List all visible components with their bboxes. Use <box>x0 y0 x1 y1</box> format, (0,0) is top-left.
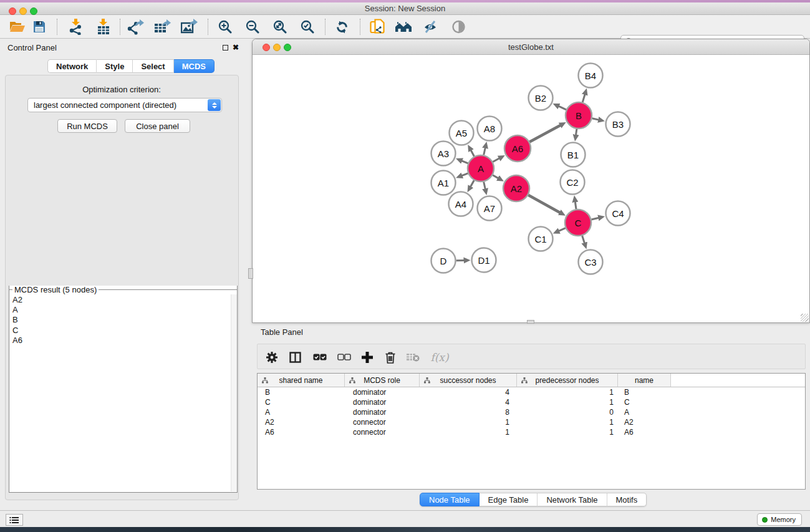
result-item[interactable]: A6 <box>12 336 231 346</box>
refresh-button[interactable] <box>331 17 352 36</box>
graph-node-C1[interactable]: C1 <box>529 227 553 251</box>
graph-node-B3[interactable]: B3 <box>606 112 630 137</box>
table-cell: B <box>618 388 671 397</box>
network-zoom-button[interactable] <box>284 44 291 51</box>
tab-network[interactable]: Network <box>47 59 97 73</box>
hide-graphics-button[interactable] <box>420 17 441 36</box>
home-view-button[interactable] <box>393 17 414 36</box>
svg-text:B4: B4 <box>585 70 596 81</box>
import-network-button[interactable] <box>65 17 86 36</box>
network-minimize-button[interactable] <box>273 44 281 51</box>
column-header-name[interactable]: name <box>618 374 671 387</box>
panel-collapse-handle-left[interactable] <box>248 268 253 279</box>
table-row[interactable]: Bdominator41B <box>258 387 805 397</box>
task-history-button[interactable] <box>6 514 23 526</box>
graph-node-B4[interactable]: B4 <box>579 64 603 88</box>
close-window-button[interactable] <box>9 7 16 15</box>
graph-node-A3[interactable]: A3 <box>432 142 456 166</box>
split-view-button[interactable] <box>286 348 304 366</box>
graph-node-A6[interactable]: A6 <box>504 135 531 162</box>
graph-node-A7[interactable]: A7 <box>478 196 502 221</box>
open-session-button[interactable] <box>7 17 28 36</box>
table-row[interactable]: A6connector11A6 <box>258 427 805 437</box>
table-row[interactable]: A2connector11A2 <box>258 417 805 427</box>
delete-table-button[interactable] <box>403 348 422 366</box>
table-tab-network-table[interactable]: Network Table <box>538 493 607 506</box>
copy-network-button[interactable] <box>367 17 388 36</box>
graph-node-A8[interactable]: A8 <box>478 117 502 141</box>
graph-node-B[interactable]: B <box>566 102 592 128</box>
graph-node-A[interactable]: A <box>468 155 494 181</box>
zoom-out-button[interactable] <box>242 17 263 36</box>
save-session-button[interactable] <box>29 17 50 36</box>
table-body: Bdominator41BCdominator41CAdominator80AA… <box>258 387 805 437</box>
import-table-button[interactable] <box>93 17 114 36</box>
column-header-predecessor-nodes[interactable]: predecessor nodes <box>517 374 618 387</box>
memory-label: Memory <box>771 516 796 523</box>
column-header-shared-name[interactable]: shared name <box>258 374 345 387</box>
graph-node-C3[interactable]: C3 <box>579 250 603 274</box>
close-panel-icon[interactable]: ✖ <box>233 44 239 51</box>
zoom-fit-button[interactable] <box>269 17 291 36</box>
deselect-all-columns-button[interactable] <box>335 348 354 366</box>
export-image-button[interactable] <box>179 17 200 36</box>
graph-node-D[interactable]: D <box>432 249 456 273</box>
delete-column-button[interactable] <box>381 348 400 366</box>
table-cell: B <box>258 388 345 397</box>
run-mcds-button[interactable]: Run MCDS <box>57 119 117 133</box>
criterion-dropdown[interactable]: largest connected component (directed) <box>27 98 222 112</box>
float-panel-icon[interactable] <box>223 45 228 51</box>
graph-node-D1[interactable]: D1 <box>472 248 496 273</box>
select-all-columns-button[interactable] <box>311 348 329 366</box>
memory-button[interactable]: Memory <box>757 513 802 526</box>
graph-node-A1[interactable]: A1 <box>432 171 456 195</box>
tab-mcds[interactable]: MCDS <box>174 59 215 73</box>
column-header-mcds-role[interactable]: MCDS role <box>345 374 420 387</box>
graph-node-C4[interactable]: C4 <box>606 201 630 226</box>
result-item[interactable]: B <box>12 315 231 325</box>
close-panel-button[interactable]: Close panel <box>125 119 190 133</box>
resize-grip-icon[interactable] <box>801 314 809 322</box>
zoom-selected-button[interactable] <box>297 17 318 36</box>
graph-node-B2[interactable]: B2 <box>529 86 553 110</box>
table-tab-motifs[interactable]: Motifs <box>607 493 647 506</box>
table-cell: 4 <box>420 388 517 397</box>
network-canvas[interactable]: AA1A2A3A4A5A6A7A8BB1B2B3B4CC1C2C3C4DD1 <box>253 55 809 322</box>
graph-node-A4[interactable]: A4 <box>449 192 473 216</box>
minimize-window-button[interactable] <box>19 7 27 15</box>
table-row[interactable]: Cdominator41C <box>258 397 805 407</box>
function-builder-button[interactable]: f(x) <box>427 348 452 366</box>
table-tab-node-table[interactable]: Node Table <box>420 493 480 506</box>
graph-edge-A-A7 <box>484 181 486 190</box>
graph-node-B1[interactable]: B1 <box>561 143 586 167</box>
export-network-button[interactable] <box>125 17 147 36</box>
table-cell: C <box>618 398 671 407</box>
zoom-in-button[interactable] <box>215 17 236 36</box>
node-table[interactable]: shared nameMCDS rolesuccessor nodesprede… <box>257 373 806 490</box>
table-cell: dominator <box>345 408 420 417</box>
show-graphics-button[interactable] <box>448 17 469 36</box>
svg-text:C3: C3 <box>584 257 596 268</box>
zoom-window-button[interactable] <box>30 7 37 15</box>
graph-node-C2[interactable]: C2 <box>561 170 585 195</box>
result-item[interactable]: A <box>12 305 231 315</box>
graph-edge-A-A6 <box>493 158 500 162</box>
table-row[interactable]: Adominator80A <box>258 407 805 417</box>
tab-style[interactable]: Style <box>97 59 133 73</box>
table-settings-button[interactable] <box>263 348 281 366</box>
graph-edge-C-C1 <box>558 228 566 231</box>
graph-node-A2[interactable]: A2 <box>503 175 529 201</box>
tab-select[interactable]: Select <box>133 59 173 73</box>
result-item[interactable]: C <box>12 326 231 336</box>
network-close-button[interactable] <box>263 44 270 51</box>
export-table-button[interactable] <box>152 17 173 36</box>
table-tab-edge-table[interactable]: Edge Table <box>480 493 538 506</box>
add-column-button[interactable] <box>358 348 377 366</box>
graph-node-A5[interactable]: A5 <box>450 121 474 145</box>
result-scrollbar[interactable] <box>231 294 237 491</box>
table-panel-title: Table Panel <box>261 327 303 337</box>
network-window-titlebar[interactable]: testGlobe.txt <box>253 39 809 55</box>
result-item[interactable]: A2 <box>12 295 231 305</box>
column-header-successor-nodes[interactable]: successor nodes <box>420 374 517 387</box>
graph-node-C[interactable]: C <box>565 210 591 236</box>
